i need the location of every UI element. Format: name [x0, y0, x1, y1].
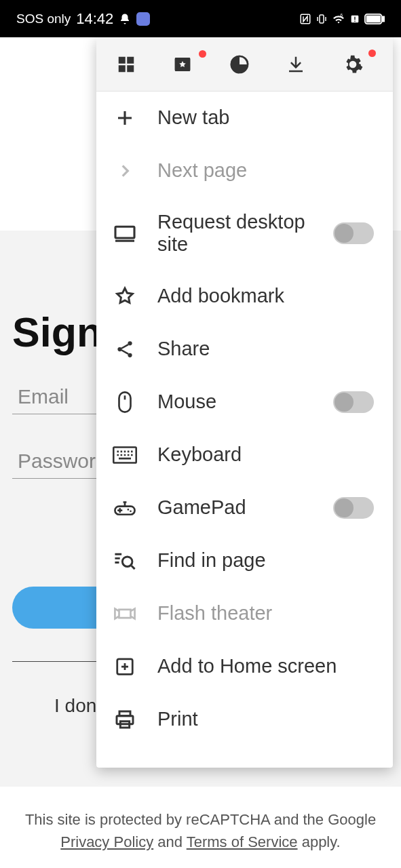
svg-rect-11 [118, 65, 125, 72]
share-icon [111, 339, 138, 359]
menu-label: Request desktop site [157, 211, 314, 256]
desktop-toggle[interactable] [333, 222, 374, 244]
footer: This site is protected by reCAPTCHA and … [0, 792, 401, 868]
menu-label: Find in page [157, 549, 374, 572]
svg-rect-4 [354, 16, 355, 20]
notification-dot [199, 50, 206, 58]
svg-rect-7 [382, 16, 384, 21]
clock: 14:42 [76, 10, 113, 28]
dont-have-account-text: I don' [54, 695, 100, 717]
footer-text: This site is protected by reCAPTCHA and … [25, 811, 376, 828]
chevron-right-icon [111, 162, 138, 180]
menu-add-bookmark[interactable]: Add bookmark [96, 270, 393, 323]
gamepad-toggle[interactable] [333, 497, 374, 519]
menu-label: GamePad [157, 496, 314, 519]
menu-flash-theater: Flash theater [96, 587, 393, 640]
keyboard-icon [111, 446, 138, 464]
svg-rect-10 [127, 56, 134, 63]
print-icon [111, 709, 138, 730]
privacy-link[interactable]: Privacy Policy [60, 833, 153, 850]
svg-rect-15 [115, 227, 134, 239]
browser-menu: New tab Next page Request desktop site A… [96, 37, 393, 768]
menu-label: New tab [157, 106, 374, 129]
svg-point-18 [128, 353, 132, 357]
menu-list: New tab Next page Request desktop site A… [96, 92, 393, 768]
search-icon [111, 551, 138, 571]
mouse-toggle[interactable] [333, 391, 374, 413]
desktop-icon [111, 224, 138, 243]
svg-rect-8 [367, 16, 380, 22]
bell-icon [119, 13, 131, 25]
calendar-icon [136, 12, 150, 26]
menu-label: Mouse [157, 391, 314, 413]
mouse-icon [111, 391, 138, 414]
menu-gamepad[interactable]: GamePad [96, 481, 393, 534]
menu-find-in-page[interactable]: Find in page [96, 534, 393, 587]
menu-label: Print [157, 708, 374, 730]
menu-label: Share [157, 338, 374, 360]
svg-rect-1 [320, 15, 324, 23]
plus-icon [111, 108, 138, 128]
terms-link[interactable]: Terms of Service [187, 833, 298, 850]
svg-point-23 [122, 557, 132, 567]
menu-label: Add bookmark [157, 285, 374, 307]
theater-icon [111, 606, 138, 622]
menu-label: Flash theater [157, 602, 374, 625]
svg-rect-5 [354, 20, 355, 21]
gamepad-icon [111, 499, 138, 517]
menu-sync[interactable]: Puffin Sync (Beta) [96, 746, 393, 768]
downloads-icon[interactable] [286, 54, 317, 75]
page-title: Sign [12, 309, 102, 356]
notification-dot [368, 50, 376, 57]
battery-icon [364, 14, 385, 24]
alert-icon [349, 14, 360, 24]
svg-rect-19 [119, 392, 131, 412]
menu-label: Keyboard [157, 443, 374, 466]
menu-mouse[interactable]: Mouse [96, 376, 393, 429]
menu-print[interactable]: Print [96, 693, 393, 746]
bookmarks-icon[interactable] [172, 54, 204, 75]
settings-icon[interactable] [342, 54, 373, 75]
status-bar: SOS only 14:42 6 [0, 0, 401, 37]
svg-text:6: 6 [340, 14, 343, 18]
svg-rect-26 [117, 715, 133, 724]
nfc-icon [299, 13, 311, 25]
history-icon[interactable] [229, 54, 260, 75]
vibrate-icon [316, 13, 328, 25]
network-status: SOS only [16, 12, 71, 26]
wifi-icon: 6 [332, 14, 345, 24]
menu-share[interactable]: Share [96, 323, 393, 376]
star-icon [111, 285, 138, 307]
menu-new-tab[interactable]: New tab [96, 92, 393, 144]
svg-point-17 [128, 341, 132, 345]
menu-keyboard[interactable]: Keyboard [96, 429, 393, 481]
tabs-icon[interactable] [116, 54, 147, 75]
menu-label: Add to Home screen [157, 655, 374, 677]
menu-next-page: Next page [96, 144, 393, 197]
svg-rect-9 [118, 56, 125, 63]
add-box-icon [111, 656, 138, 677]
menu-label: Next page [157, 159, 374, 182]
menu-toolbar [96, 37, 393, 92]
menu-desktop-site[interactable]: Request desktop site [96, 197, 393, 270]
menu-add-home[interactable]: Add to Home screen [96, 640, 393, 693]
svg-rect-12 [127, 65, 134, 72]
